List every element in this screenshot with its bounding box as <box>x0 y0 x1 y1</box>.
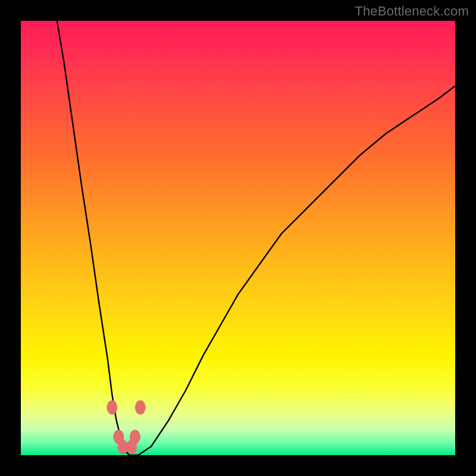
data-markers <box>107 400 146 454</box>
data-marker <box>107 400 117 415</box>
chart-frame: TheBottleneck.com <box>0 0 476 476</box>
data-marker <box>126 440 137 454</box>
watermark-text: TheBottleneck.com <box>355 4 469 19</box>
bottleneck-curve <box>55 21 455 455</box>
plot-area <box>21 21 455 455</box>
curve-layer <box>21 21 455 455</box>
data-marker <box>135 400 146 415</box>
